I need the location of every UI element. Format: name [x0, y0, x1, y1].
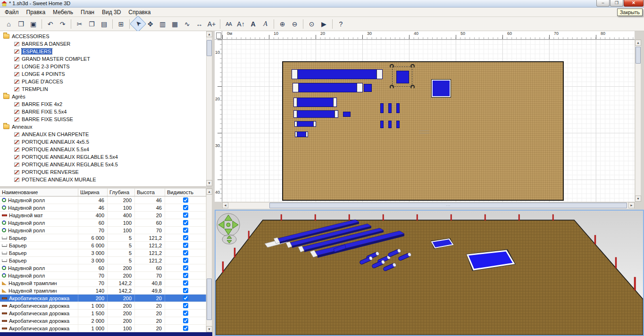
scroll-up-button[interactable]: ▲: [635, 40, 641, 46]
visibility-checkbox[interactable]: [183, 318, 188, 323]
scroll-up-button[interactable]: ▲: [206, 188, 212, 195]
catalog-category[interactable]: ACCESSOIRES: [0, 33, 206, 40]
minimize-button[interactable]: –: [596, 0, 610, 7]
furniture-row[interactable]: Надувной трамплин70142,240,8: [0, 279, 206, 287]
new-home-button[interactable]: ⌂: [3, 18, 15, 30]
bold-button[interactable]: A: [247, 18, 259, 30]
catalog-item[interactable]: PORTIQUE ANNEAUX REGLABLE 5.5x4: [0, 153, 206, 161]
help-button[interactable]: ?: [335, 18, 347, 30]
furniture-row[interactable]: Акробатическая дорожка2 00020020: [0, 317, 206, 325]
visibility-checkbox[interactable]: [183, 311, 188, 316]
furniture-row[interactable]: Надувной ролл7020070: [0, 272, 206, 279]
paste-button[interactable]: ▤: [98, 18, 110, 30]
create-dimensions-button[interactable]: ↔: [193, 18, 205, 30]
furniture-row[interactable]: Надувной ролл4620046: [0, 197, 206, 204]
catalog-item[interactable]: PLAGE D'ACCES: [0, 78, 206, 85]
plan-furniture-boxw[interactable]: [432, 80, 451, 97]
column-header[interactable]: Высота: [135, 188, 165, 196]
scroll-down-button[interactable]: ▼: [635, 196, 641, 202]
plan-furniture-bar[interactable]: [293, 110, 338, 118]
italic-button[interactable]: A: [259, 18, 271, 30]
visibility-checkbox[interactable]: [183, 295, 188, 301]
scrollbar-thumb[interactable]: [636, 47, 641, 64]
scroll-down-button[interactable]: ▼: [206, 326, 212, 332]
catalog-item[interactable]: POTENCE ANNEAUX MURALE: [0, 176, 206, 183]
scrollbar-thumb[interactable]: ∙∙∙: [269, 203, 627, 208]
furniture-row[interactable]: Барьер3 0005121,2: [0, 257, 206, 264]
visibility-checkbox[interactable]: [183, 197, 188, 203]
plan-furniture-box[interactable]: [364, 84, 372, 92]
scroll-right-button[interactable]: ►: [628, 202, 635, 208]
catalog-item[interactable]: PORTIQUE ANNEAUX REGLABLE 5x4.5: [0, 161, 206, 168]
furniture-row[interactable]: Надувной ролл6020060: [0, 264, 206, 272]
furniture-row[interactable]: Барьер3 0005121,2: [0, 249, 206, 257]
plan-furniture-bar[interactable]: [293, 83, 363, 92]
furniture-row[interactable]: Надувной ролл4610046: [0, 204, 206, 212]
scroll-down-button[interactable]: ▼: [206, 180, 212, 186]
zoom-in-button[interactable]: ⊕: [276, 18, 288, 30]
save-home-button[interactable]: ▣: [27, 18, 39, 30]
add-text-button[interactable]: A+: [206, 18, 217, 30]
maximize-button[interactable]: ❐: [610, 0, 623, 7]
furniture-row[interactable]: Надувной мат40040020: [0, 212, 206, 219]
visibility-checkbox[interactable]: [183, 265, 188, 270]
visibility-checkbox[interactable]: [183, 288, 188, 293]
catalog-item[interactable]: BARRES A DANSER: [0, 40, 206, 48]
catalog-item[interactable]: PORTIQUE RENVERSE: [0, 168, 206, 176]
catalog-item[interactable]: PORTIQUE ANNEAUX 4x5.5: [0, 138, 206, 146]
open-home-button[interactable]: ❒: [15, 18, 27, 30]
scroll-up-button[interactable]: ▲: [206, 31, 212, 37]
create-walls-button[interactable]: ▥: [157, 18, 168, 30]
furniture-row[interactable]: Акробатическая дорожка1 00010020: [0, 325, 206, 332]
plan-furniture-bar[interactable]: [294, 121, 316, 127]
visibility-checkbox[interactable]: [183, 228, 188, 233]
plan-furniture-post[interactable]: [388, 121, 392, 128]
app-icon[interactable]: [1, 1, 7, 7]
catalog-item[interactable]: GRAND MASTER COMPLET: [0, 55, 206, 63]
catalog-item[interactable]: BARRE FIXE 4x2: [0, 100, 206, 108]
create-polylines-button[interactable]: ∿: [181, 18, 193, 30]
scrollbar-thumb[interactable]: [207, 279, 212, 320]
menu-item-3[interactable]: Мебель: [49, 8, 77, 16]
close-button[interactable]: ✕: [624, 0, 644, 7]
visibility-checkbox[interactable]: [183, 326, 188, 331]
visibility-checkbox[interactable]: [183, 235, 188, 240]
catalog-item[interactable]: ESPALIERS: [0, 48, 206, 55]
catalog-item[interactable]: PORTIQUE ANNEAUX 5.5x4: [0, 146, 206, 153]
column-header[interactable]: Ширина: [78, 188, 108, 196]
visibility-checkbox[interactable]: [183, 213, 188, 218]
furniture-row[interactable]: Барьер6 0005121,2: [0, 242, 206, 249]
menu-item-1[interactable]: Файл: [1, 8, 23, 16]
select-mode-button[interactable]: ➤: [130, 16, 146, 32]
furniture-row[interactable]: Акробатическая дорожка1 00020020: [0, 302, 206, 310]
visibility-checkbox[interactable]: [183, 303, 188, 308]
zoom-out-button[interactable]: ⊖: [289, 18, 301, 30]
visibility-checkbox[interactable]: [183, 205, 188, 210]
catalog-item[interactable]: TREMPLIN: [0, 85, 206, 93]
catalog-item[interactable]: LONGE 4 POINTS: [0, 70, 206, 78]
visibility-checkbox[interactable]: [183, 273, 188, 278]
plan-furniture-bar[interactable]: [293, 98, 337, 107]
plan-furniture-post[interactable]: [388, 103, 392, 113]
copy-button[interactable]: ❐: [86, 18, 98, 30]
plan-furniture-box[interactable]: [343, 112, 351, 117]
increase-text-size-button[interactable]: A↑: [235, 18, 247, 30]
furniture-row[interactable]: Надувной ролл7010070: [0, 227, 206, 234]
menu-item-5[interactable]: Вид 3D: [98, 8, 125, 16]
visibility-checkbox[interactable]: [183, 250, 188, 255]
visibility-checkbox[interactable]: [183, 258, 188, 263]
visibility-checkbox[interactable]: [183, 280, 188, 286]
column-header[interactable]: Глубина: [108, 188, 135, 196]
plan-furniture-bar[interactable]: [295, 131, 308, 137]
furniture-row[interactable]: Акробатическая дорожка1 50020020: [0, 310, 206, 317]
catalog-item[interactable]: LONGE 2-3 POINTS: [0, 63, 206, 70]
catalog-category[interactable]: Anneaux: [0, 123, 206, 131]
furniture-row[interactable]: Надувной ролл6010060: [0, 219, 206, 227]
catalog-item[interactable]: BARRE FIXE SUISSE: [0, 115, 206, 123]
column-header[interactable]: Видимость: [165, 188, 206, 196]
furniture-row[interactable]: Акробатическая дорожка20020020: [0, 295, 206, 302]
visibility-checkbox[interactable]: [183, 220, 188, 225]
plan-furniture-bar[interactable]: [292, 69, 383, 79]
plan-furniture-post[interactable]: [380, 121, 384, 128]
add-furniture-button[interactable]: ⊞: [115, 18, 127, 30]
